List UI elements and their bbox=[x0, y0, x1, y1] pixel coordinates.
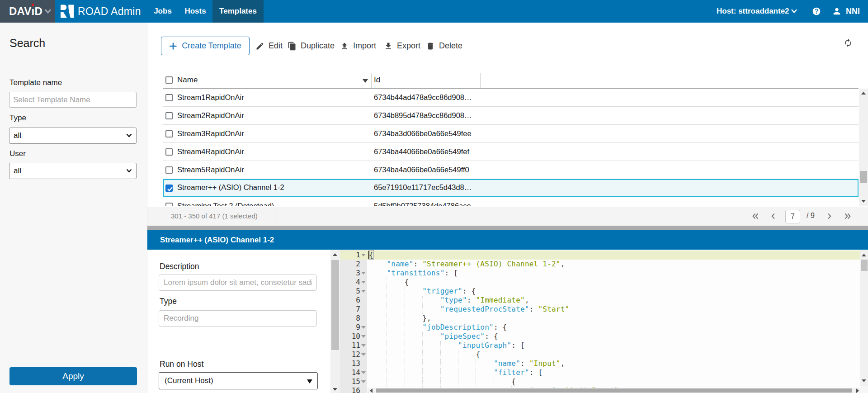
fold-toggle-icon[interactable] bbox=[361, 272, 366, 275]
apply-button[interactable]: Apply bbox=[9, 367, 137, 385]
row-id: 6734ba4a066be0a66e549ff0 bbox=[374, 166, 469, 174]
user-label: User bbox=[9, 149, 26, 158]
table-row[interactable]: Stream3RapidOnAir6734ba3d066be0a66e549fe… bbox=[163, 125, 859, 143]
row-checkbox[interactable] bbox=[165, 112, 173, 119]
column-divider[interactable] bbox=[371, 73, 372, 88]
row-checkbox[interactable] bbox=[165, 148, 173, 156]
row-name: Stream1RapidOnAir bbox=[177, 93, 244, 102]
edit-icon bbox=[255, 42, 264, 51]
type-select-caret-icon bbox=[126, 133, 132, 137]
first-page-button[interactable] bbox=[748, 209, 763, 223]
detail-title: Streamer++ (ASIO) Channel 1-2 bbox=[160, 236, 274, 244]
table-row[interactable]: Streamer++ (ASIO) Channel 1-265e71910e11… bbox=[163, 179, 859, 197]
fold-toggle-icon[interactable] bbox=[361, 290, 366, 293]
gutter-line-number: 15 bbox=[340, 377, 367, 386]
export-button[interactable]: Export bbox=[384, 37, 420, 55]
fold-toggle-icon[interactable] bbox=[361, 326, 366, 329]
template-name-input[interactable] bbox=[9, 92, 137, 108]
column-divider[interactable] bbox=[480, 73, 481, 88]
editor-scroll-right-icon[interactable] bbox=[856, 388, 859, 393]
form-scrollbar-thumb[interactable] bbox=[331, 260, 339, 350]
select-all-checkbox[interactable] bbox=[165, 76, 173, 84]
table-row[interactable]: Stream2RapidOnAir6734b895d478a9cc86d908… bbox=[163, 107, 859, 125]
row-checkbox-checked[interactable] bbox=[165, 185, 173, 192]
pane-splitter[interactable] bbox=[147, 226, 868, 230]
edit-button[interactable]: Edit bbox=[255, 37, 283, 55]
column-header-name[interactable]: Name bbox=[177, 76, 198, 85]
form-scroll-up-icon[interactable] bbox=[333, 253, 337, 256]
fold-toggle-icon[interactable] bbox=[361, 254, 366, 256]
fold-toggle-icon[interactable] bbox=[361, 353, 366, 356]
indent-guide bbox=[387, 377, 387, 386]
duplicate-icon bbox=[288, 42, 297, 51]
fold-toggle-icon[interactable] bbox=[361, 371, 366, 374]
indent-guide bbox=[387, 323, 387, 332]
editor-hscrollbar-thumb[interactable] bbox=[376, 388, 852, 393]
row-id: 6734ba44066be0a66e549fef bbox=[374, 147, 469, 156]
fold-toggle-icon[interactable] bbox=[361, 344, 366, 347]
form-scroll-down-icon[interactable] bbox=[333, 388, 337, 391]
nav-hosts[interactable]: Hosts bbox=[184, 0, 206, 23]
run-on-host-label: Run on Host bbox=[160, 360, 203, 369]
gutter-line-number: 6 bbox=[340, 296, 367, 305]
editor-scroll-up-icon[interactable] bbox=[862, 254, 866, 256]
indent-guide bbox=[387, 314, 387, 323]
brand-menu[interactable]: DAVıD bbox=[0, 0, 55, 23]
editor-scroll-down-icon[interactable] bbox=[862, 379, 866, 382]
import-button[interactable]: Import bbox=[340, 37, 376, 55]
table-row[interactable]: Stream4RapidOnAir6734ba44066be0a66e549fe… bbox=[163, 143, 859, 161]
code-line: { bbox=[367, 278, 860, 287]
scroll-down-icon[interactable] bbox=[861, 200, 866, 203]
prev-page-button[interactable] bbox=[766, 209, 781, 223]
page-number-input[interactable] bbox=[785, 210, 800, 223]
run-on-host-select[interactable]: (Current Host) bbox=[159, 372, 318, 389]
table-row[interactable]: Stream5RapidOnAir6734ba4a066be0a66e549ff… bbox=[163, 161, 859, 179]
fold-toggle-icon[interactable] bbox=[361, 335, 366, 338]
road-logo-icon bbox=[61, 5, 75, 18]
editor-vscrollbar[interactable] bbox=[860, 250, 868, 386]
type-input[interactable] bbox=[159, 310, 317, 327]
indent-guide bbox=[422, 296, 423, 305]
next-page-button[interactable] bbox=[822, 209, 836, 223]
user-select[interactable]: all bbox=[9, 163, 137, 179]
gutter-line-number: 7 bbox=[340, 305, 367, 314]
form-scrollbar[interactable] bbox=[330, 250, 340, 393]
table-scrollbar[interactable] bbox=[859, 89, 868, 206]
sort-caret-icon[interactable] bbox=[363, 79, 368, 83]
scroll-up-icon[interactable] bbox=[861, 92, 866, 95]
create-template-button[interactable]: Create Template bbox=[161, 37, 250, 55]
user-menu[interactable]: NNI bbox=[832, 0, 860, 23]
help-icon[interactable] bbox=[812, 7, 821, 16]
editor-hscrollbar[interactable] bbox=[368, 388, 861, 393]
last-page-button[interactable] bbox=[840, 209, 855, 223]
fold-toggle-icon[interactable] bbox=[361, 380, 366, 383]
column-header-id[interactable]: Id bbox=[374, 76, 380, 85]
fold-toggle-icon[interactable] bbox=[361, 281, 366, 284]
json-editor[interactable]: 12345678910111213141516 { "name": "Strea… bbox=[340, 250, 868, 393]
pagination-summary: 301 - 350 of 417 (1 selected) bbox=[171, 212, 258, 220]
row-checkbox[interactable] bbox=[165, 130, 173, 137]
indent-guide bbox=[387, 359, 387, 368]
table-scrollbar-thumb[interactable] bbox=[860, 171, 867, 183]
indent-guide bbox=[440, 359, 441, 368]
indent-guide bbox=[405, 368, 405, 377]
indent-guide bbox=[387, 305, 387, 314]
nav-templates[interactable]: Templates bbox=[212, 0, 264, 23]
description-input[interactable] bbox=[159, 275, 317, 291]
row-checkbox[interactable] bbox=[165, 166, 173, 174]
indent-guide bbox=[440, 341, 441, 350]
table-row[interactable]: Streaming Test 2 (Detectoad)5d5bf0b07257… bbox=[163, 197, 859, 206]
type-select[interactable]: all bbox=[9, 128, 137, 144]
duplicate-button[interactable]: Duplicate bbox=[288, 37, 335, 55]
indent-guide bbox=[458, 368, 458, 377]
row-checkbox[interactable] bbox=[165, 203, 173, 206]
refresh-icon[interactable] bbox=[844, 38, 853, 47]
editor-vscrollbar-thumb[interactable] bbox=[861, 260, 868, 271]
delete-button[interactable]: Delete bbox=[426, 37, 462, 55]
nav-jobs[interactable]: Jobs bbox=[154, 0, 172, 23]
table-row[interactable]: Stream1RapidOnAir6734b44ad478a9cc86d908… bbox=[163, 89, 859, 107]
host-selector[interactable]: Host: sttroaddante2 bbox=[717, 0, 789, 23]
editor-code[interactable]: { "name": "Streamer++ (ASIO) Channel 1-2… bbox=[367, 250, 860, 393]
editor-scroll-left-icon[interactable] bbox=[370, 388, 373, 393]
row-checkbox[interactable] bbox=[165, 94, 173, 101]
